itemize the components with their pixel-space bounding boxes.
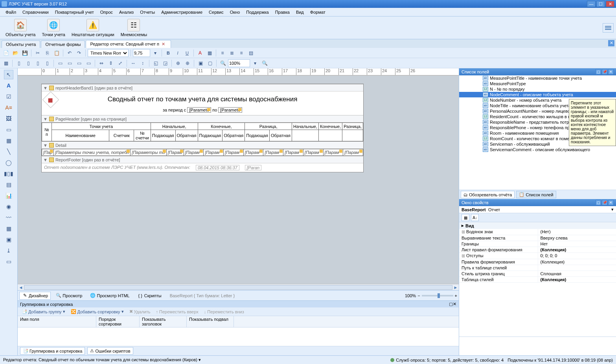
property-row[interactable]: Отступы0; 0; 0; 0 xyxy=(459,253,616,259)
property-row[interactable]: Стиль штриха границСплошная xyxy=(459,271,616,277)
property-row[interactable]: Выравнивание текстаВверху слева xyxy=(459,235,616,241)
order-tool-1[interactable]: ◱ xyxy=(151,59,160,68)
tab-close-icon[interactable]: ✕ xyxy=(160,42,167,46)
cut-button[interactable]: ✂ xyxy=(33,49,42,57)
band-detail-caption[interactable]: ▼Detail xyxy=(42,142,363,149)
header-table[interactable]: № п Точки учета Начальные, Конечные, Раз… xyxy=(42,123,363,141)
menu-view[interactable]: Вид xyxy=(293,9,307,15)
property-value[interactable]: 0; 0; 0; 0 xyxy=(538,253,616,259)
grouping-body[interactable] xyxy=(18,327,459,346)
underline-button[interactable]: U xyxy=(183,49,191,57)
field-item[interactable]: abMeasurePointType xyxy=(459,81,616,86)
band-header-caption[interactable]: ▼reportHeaderBand1 [один раз в отчёте] xyxy=(42,84,363,91)
zoom-minus-button[interactable]: − xyxy=(417,293,420,298)
new-button[interactable]: 📄 xyxy=(2,49,10,57)
abnormal-button[interactable]: ⚠️Нештатные ситуации xyxy=(68,18,118,38)
objects-button[interactable]: 🏠Объекты учета xyxy=(2,18,39,38)
menu-service[interactable]: Сервис xyxy=(206,9,227,15)
props-max-button[interactable]: ▢ xyxy=(596,200,601,205)
redo-button[interactable]: ↷ xyxy=(75,49,83,57)
property-grid[interactable]: ▸ Вид Водянок знак(Нет)Выравнивание текс… xyxy=(459,222,616,337)
pagebreak-tool[interactable]: ⤓ xyxy=(4,246,13,255)
field-item[interactable]: abNodeComment - описание тобъекта учета xyxy=(459,92,616,97)
size-tool-2[interactable]: ⇕ xyxy=(107,59,115,68)
menu-admin[interactable]: Администрирование xyxy=(158,9,206,15)
bring-front-button[interactable]: ▣ xyxy=(196,59,205,68)
fontsize-dropdown[interactable]: ▾ xyxy=(151,49,160,57)
size-tool-3[interactable]: ⤢ xyxy=(116,59,125,68)
zoom-dropdown[interactable]: ▾ xyxy=(251,59,259,68)
size-tool-1[interactable]: ⇔ xyxy=(97,59,106,68)
align-right-button[interactable]: ≡ xyxy=(237,49,246,57)
add-group-button[interactable]: 📑 Добавить группу ▾ xyxy=(20,309,67,315)
align-tool-8[interactable]: ▭ xyxy=(84,59,93,68)
zoom-input[interactable] xyxy=(228,59,250,67)
script-errors-tab[interactable]: ⚠ Ошибки скриптов xyxy=(87,347,133,355)
forecolor-button[interactable]: A xyxy=(196,49,204,57)
zoom-plus-button[interactable]: + xyxy=(455,293,457,298)
checkbox-tool[interactable]: ☑ xyxy=(4,92,13,101)
property-row[interactable]: Таблица стилей(Коллекция) xyxy=(459,277,616,283)
shape-tool[interactable]: ◯ xyxy=(4,158,13,167)
prop-categorized-button[interactable]: ▦ xyxy=(462,214,469,221)
footer-line[interactable]: Отчет подготовлен в системе ЛЭРС УЧЕТ (w… xyxy=(42,163,363,172)
props-pin-button[interactable]: 📌 xyxy=(602,200,607,205)
tab-html-preview[interactable]: 🌐Просмотр HTML xyxy=(87,292,132,300)
field-item[interactable]: 12N - № по порядку xyxy=(459,86,616,92)
send-back-button[interactable]: ▢ xyxy=(206,59,214,68)
font-select[interactable]: Times New Roman xyxy=(88,49,129,57)
property-object-selector[interactable]: BaseReport Отчет ▾ xyxy=(459,206,616,213)
param-end[interactable]: [Paramete xyxy=(218,107,242,113)
property-value[interactable]: (Коллекция) xyxy=(538,247,616,252)
property-row[interactable]: Путь к таблице стилей xyxy=(459,265,616,271)
fieldlist-max-button[interactable]: ▢ xyxy=(596,69,601,75)
zoom-slider[interactable] xyxy=(422,295,453,296)
band-footer-caption[interactable]: ▼ReportFooter [один раз в отчёте] xyxy=(42,156,363,163)
richtext-tool[interactable]: A≡ xyxy=(4,103,13,112)
pointer-tool[interactable]: ↖ xyxy=(4,70,13,79)
property-row[interactable]: Правила форматирования(Коллекция) xyxy=(459,259,616,265)
add-sort-button[interactable]: 🔀 Добавить сортировку ▾ xyxy=(69,309,125,315)
report-explorer-tab[interactable]: 🗂 Обозреватель отчёта xyxy=(461,191,515,198)
menu-edit[interactable]: Правка xyxy=(272,9,293,15)
menu-file[interactable]: Файл xyxy=(2,9,19,15)
property-value[interactable]: (Коллекция) xyxy=(538,277,616,282)
center-h-button[interactable]: ⊕ xyxy=(174,59,182,68)
order-tool-2[interactable]: ◲ xyxy=(161,59,169,68)
menu-references[interactable]: Справочники xyxy=(19,9,52,15)
crossband-tool[interactable]: ▭ xyxy=(4,257,13,266)
bold-button[interactable]: B xyxy=(164,49,173,57)
label-tool[interactable]: A xyxy=(4,81,13,90)
table-tool[interactable]: ▦ xyxy=(4,136,13,145)
zoom-out-button[interactable]: 🔍 xyxy=(219,59,227,68)
report-paper[interactable]: ▼reportHeaderBand1 [один раз в отчёте] ◆… xyxy=(41,84,364,172)
grouping-close-button[interactable]: ✕ xyxy=(453,302,456,307)
gauge-tool[interactable]: ◉ xyxy=(4,202,13,211)
props-close-button[interactable]: ✕ xyxy=(608,200,614,205)
fieldlist-pin-button[interactable]: 📌 xyxy=(602,69,607,75)
property-row[interactable]: Водянок знак(Нет) xyxy=(459,229,616,235)
fieldlist-close-button[interactable]: ✕ xyxy=(608,69,614,75)
barcode-tool[interactable]: ▮▯▮ xyxy=(4,169,13,178)
sparkline-tool[interactable]: 〰 xyxy=(4,213,13,222)
property-row[interactable]: ГраницыНет xyxy=(459,241,616,247)
align-tool-4[interactable]: ▯ xyxy=(43,59,51,68)
subreport-tool[interactable]: ▣ xyxy=(4,235,13,244)
close-all-button[interactable]: ✕ xyxy=(608,40,614,46)
tab-report-forms[interactable]: Отчетные формы xyxy=(41,40,85,48)
space-tool-1[interactable]: ↔ xyxy=(129,59,138,68)
field-item[interactable]: abMeasurePointTitle - наименование точки… xyxy=(459,75,616,81)
menu-format[interactable]: Формат xyxy=(307,9,329,15)
points-button[interactable]: 🌐Точки учета xyxy=(39,18,68,38)
prop-alphabetical-button[interactable]: A↓ xyxy=(471,214,479,221)
horizontal-scrollbar[interactable]: ◄► xyxy=(18,284,459,290)
align-tool-1[interactable]: ▯ xyxy=(15,59,23,68)
center-v-button[interactable]: ⊕ xyxy=(183,59,192,68)
open-button[interactable]: 📂 xyxy=(11,49,20,57)
space-tool-2[interactable]: ↕ xyxy=(138,59,147,68)
align-center-button[interactable]: ≣ xyxy=(228,49,236,57)
grouping-tab[interactable]: 📑 Группировка и сортировка xyxy=(20,347,85,355)
align-tool-5[interactable]: ▭ xyxy=(56,59,64,68)
field-item[interactable]: abServicemanComment - описание обслужива… xyxy=(459,147,616,152)
tab-designer[interactable]: ✎Дизайнер xyxy=(19,292,51,300)
